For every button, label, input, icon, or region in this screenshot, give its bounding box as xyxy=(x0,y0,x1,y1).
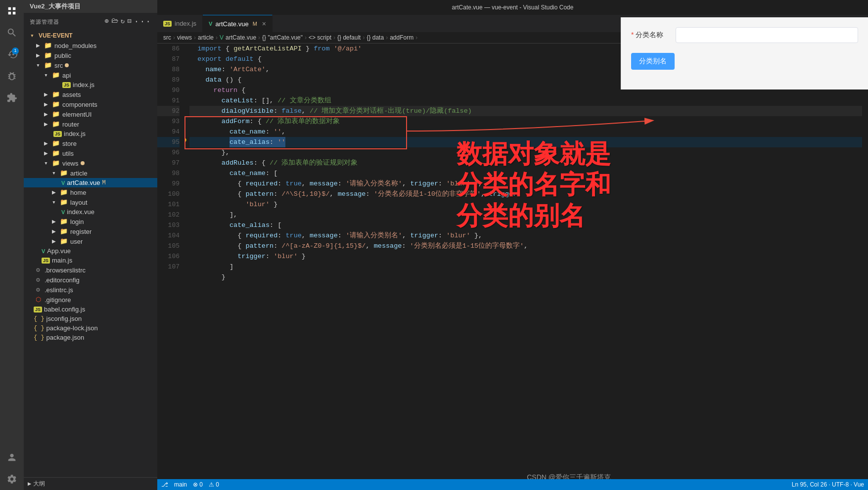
views-arrow-icon: ▾ xyxy=(42,159,50,167)
login-item[interactable]: ▶ 📁 login xyxy=(24,217,157,226)
browserslistrc-item[interactable]: ⚙ .browserslistrc xyxy=(24,265,157,275)
explorer-title: 资源管理器 xyxy=(30,18,59,26)
layout-item[interactable]: ▾ 📁 layout xyxy=(24,197,157,207)
router-js-icon: JS xyxy=(53,131,62,137)
artcate-vue-item[interactable]: V artCate.vue M xyxy=(24,178,157,187)
settings-icon[interactable] xyxy=(5,472,19,486)
debug-icon[interactable] xyxy=(5,69,19,83)
status-bar: ⎇ main ⊗ 0 ⚠ 0 Ln 95, Col 26 · UTF-8 · V… xyxy=(157,479,868,490)
mainjs-icon: JS xyxy=(42,258,50,264)
appvue-icon: V xyxy=(42,248,45,254)
sidebar: Vue2_大事件项目 资源管理器 ⊕ 🗁 ↻ ⊟ ··· ▾ VUE-EVENT… xyxy=(24,0,157,490)
user-item[interactable]: ▶ 📁 user xyxy=(24,236,157,246)
article-label: article xyxy=(70,170,88,177)
form-btn-alias[interactable]: 分类别名 xyxy=(631,53,675,70)
eslintrc-item[interactable]: ⚙ .eslintrc.js xyxy=(24,285,157,295)
router-indexjs-item[interactable]: JS index.js xyxy=(24,129,157,138)
artcate-vue-label: artCate.vue xyxy=(67,179,100,186)
collapse-icon[interactable]: ⊟ xyxy=(127,17,132,27)
jsconfig-item[interactable]: { } jsconfig.json xyxy=(24,314,157,323)
home-item[interactable]: ▶ 📁 home xyxy=(24,187,157,197)
api-label: api xyxy=(62,72,71,79)
views-icon: 📁 xyxy=(51,159,60,167)
assets-item[interactable]: ▶ 📁 assets xyxy=(24,89,157,99)
api-indexjs-item[interactable]: JS index.js xyxy=(24,80,157,89)
jsconfig-label: jsconfig.json xyxy=(46,315,82,322)
code-line-92: dialogVisible: false, // 增加文章分类对话框-出现(tr… xyxy=(189,106,862,116)
api-arrow-icon: ▾ xyxy=(42,71,50,79)
public-item[interactable]: ▶ 📁 public xyxy=(24,50,157,60)
bc-sep9: › xyxy=(415,34,417,41)
json-icon1: { } xyxy=(34,315,45,322)
editorconfig-item[interactable]: ⚙ .editorconfig xyxy=(24,275,157,285)
api-item[interactable]: ▾ 📁 api xyxy=(24,70,157,80)
tab-close-icon[interactable]: × xyxy=(262,20,266,28)
store-label: store xyxy=(62,140,77,147)
tab-indexjs[interactable]: JS index.js xyxy=(157,15,203,32)
babel-item[interactable]: JS babel.config.js xyxy=(24,305,157,314)
views-item[interactable]: ▾ 📁 views xyxy=(24,158,157,168)
components-item[interactable]: ▶ 📁 components xyxy=(24,99,157,109)
register-icon: 📁 xyxy=(59,227,68,235)
code-line-103: { required: true, message: '请输入分类别名', tr… xyxy=(189,230,862,241)
eslintrc-label: .eslintrc.js xyxy=(45,286,73,294)
register-item[interactable]: ▶ 📁 register xyxy=(24,226,157,236)
bc-script: <> script xyxy=(309,34,331,41)
mainjs-label: main.js xyxy=(52,257,72,264)
layout-label: layout xyxy=(70,199,88,206)
login-arrow-icon: ▶ xyxy=(49,218,58,225)
warning-icon: ⚠ 0 xyxy=(209,481,219,488)
appvue-item[interactable]: V App.vue xyxy=(24,246,157,256)
utils-item[interactable]: ▶ 📁 utils xyxy=(24,148,157,158)
extensions-icon[interactable] xyxy=(5,91,19,105)
gitignore-item[interactable]: ⬡ .gitignore xyxy=(24,295,157,305)
elementui-label: elementUI xyxy=(62,111,91,118)
home-label: home xyxy=(70,189,87,196)
utils-icon: 📁 xyxy=(51,149,60,157)
layout-icon: 📁 xyxy=(59,198,68,206)
bulb-icon: 💡 xyxy=(184,137,188,147)
node-modules-item[interactable]: ▶ 📁 node_modules xyxy=(24,41,157,50)
explorer-icon[interactable] xyxy=(5,4,19,18)
package-item[interactable]: { } package.json xyxy=(24,333,157,342)
router-item[interactable]: ▶ 📁 router xyxy=(24,119,157,129)
activity-bar: 1 xyxy=(0,0,24,490)
src-item[interactable]: ▾ 📁 src xyxy=(24,60,157,70)
search-icon[interactable] xyxy=(5,26,19,40)
router-arrow-icon: ▶ xyxy=(42,120,50,128)
bc-sep8: › xyxy=(386,34,388,41)
outline-section[interactable]: ▶ 大纲 xyxy=(24,477,157,490)
account-icon[interactable] xyxy=(5,450,19,464)
project-folder-icon: ▾ xyxy=(28,32,37,40)
outline-arrow-icon: ▶ xyxy=(28,480,31,488)
layout-vue-icon: V xyxy=(61,209,65,215)
tab-artcate[interactable]: V artCate.vue M × xyxy=(203,15,273,32)
code-content[interactable]: import { getArtCateListAPI } from '@/api… xyxy=(184,44,862,490)
tab-js-icon: JS xyxy=(163,21,172,27)
new-file-icon[interactable]: ⊕ xyxy=(104,17,109,27)
json-icon2: { } xyxy=(34,325,45,332)
store-item[interactable]: ▶ 📁 store xyxy=(24,138,157,148)
code-line-96: }, xyxy=(189,147,862,158)
article-item[interactable]: ▾ 📁 article xyxy=(24,168,157,178)
new-folder-icon[interactable]: 🗁 xyxy=(111,17,119,27)
project-root-label: VUE-EVENT xyxy=(39,32,73,39)
more-icon[interactable]: ··· xyxy=(134,17,151,27)
bc-addform: addForm xyxy=(390,34,413,41)
utils-label: utils xyxy=(62,150,74,157)
git-icon[interactable]: 1 xyxy=(5,47,19,61)
code-line-95: 💡 cate_alias: '' xyxy=(189,137,862,147)
mainjs-item[interactable]: JS main.js xyxy=(24,256,157,265)
project-root[interactable]: ▾ VUE-EVENT xyxy=(24,31,157,41)
register-label: register xyxy=(70,228,91,235)
window-title: artCate.vue — vue-event - Visual Studio … xyxy=(452,4,574,11)
code-area: 86 87 88 89 90 91 92 93 94 95 96 97 98 9… xyxy=(157,44,868,490)
layout-indexvue-item[interactable]: V index.vue xyxy=(24,207,157,217)
refresh-icon[interactable]: ↻ xyxy=(121,17,125,27)
packagelock-item[interactable]: { } package-lock.json xyxy=(24,323,157,333)
branch-name: main xyxy=(174,481,187,488)
api-indexjs-label: index.js xyxy=(73,81,94,89)
git-badge: 1 xyxy=(12,47,19,54)
elementui-item[interactable]: ▶ 📁 elementUI xyxy=(24,109,157,119)
form-input-name[interactable] xyxy=(676,27,858,43)
